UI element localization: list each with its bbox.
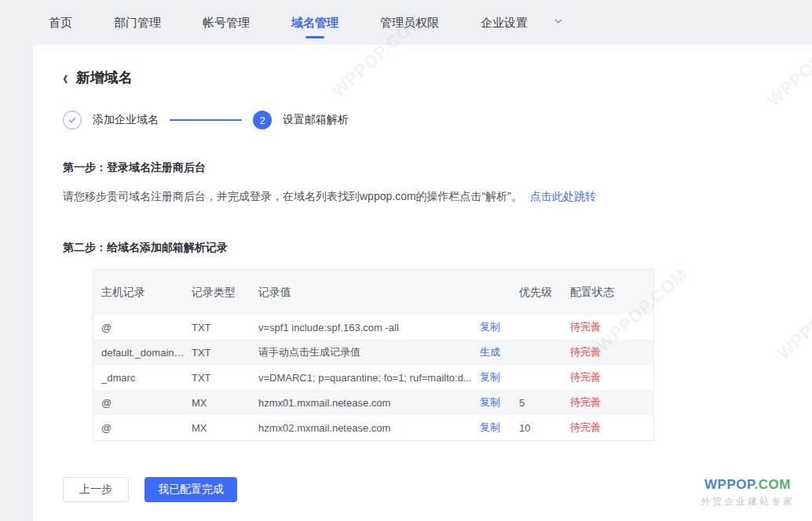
back-arrow-icon[interactable]: ‹ xyxy=(63,67,68,88)
cell-type: TXT xyxy=(192,347,258,359)
table-header-row: 主机记录 记录类型 记录值 优先级 配置状态 xyxy=(93,270,653,315)
step2-label: 设置邮箱解析 xyxy=(283,113,349,127)
cell-type: MX xyxy=(192,397,258,409)
brand-tagline: 外贸企业建站专家 xyxy=(700,495,795,508)
previous-step-button[interactable]: 上一步 xyxy=(63,477,129,502)
chevron-down-icon[interactable] xyxy=(554,16,563,28)
brand-name: WPPOP xyxy=(704,477,755,492)
copy-link[interactable]: 复制 xyxy=(480,321,500,333)
cell-value: hzmx01.mxmail.netease.com xyxy=(258,397,480,409)
header-priority: 优先级 xyxy=(519,286,570,300)
step-one-description: 请您移步贵司域名注册商后台，并完成登录，在域名列表找到wppop.com的操作栏… xyxy=(63,188,812,204)
cell-type: MX xyxy=(192,422,258,434)
cell-priority: 10 xyxy=(519,422,570,434)
step1-check-icon xyxy=(63,111,82,129)
cell-value: hzmx02.mxmail.netease.com xyxy=(258,422,480,434)
table-row: @ TXT v=spf1 include:spf.163.com -all 复制… xyxy=(93,315,653,340)
nav-item-domains[interactable]: 域名管理 xyxy=(291,14,338,31)
status-badge: 待完善 xyxy=(570,345,647,359)
header-host-record: 主机记录 xyxy=(93,286,192,300)
nav-item-departments[interactable]: 部门管理 xyxy=(114,14,161,31)
step2-number-badge: 2 xyxy=(253,111,272,129)
table-row: default._domainkey TXT 请手动点击生成记录值 生成 待完善 xyxy=(93,340,653,365)
footer-actions: 上一步 我已配置完成 xyxy=(63,477,812,502)
step-one-description-text: 请您移步贵司域名注册商后台，并完成登录，在域名列表找到wppop.com的操作栏… xyxy=(63,190,522,202)
copy-link[interactable]: 复制 xyxy=(480,371,500,383)
top-nav: 首页 部门管理 帐号管理 域名管理 管理员权限 企业设置 xyxy=(0,0,812,45)
header-record-value: 记录值 xyxy=(258,286,480,300)
cell-value: v=DMARC1; p=quarantine; fo=1; ruf=mailto… xyxy=(258,372,480,384)
step1-label: 添加企业域名 xyxy=(93,113,159,127)
nav-item-enterprise-settings[interactable]: 企业设置 xyxy=(481,14,528,31)
dns-records-table: 主机记录 记录类型 记录值 优先级 配置状态 @ TXT v=spf1 incl… xyxy=(93,269,654,441)
table-row: @ MX hzmx01.mxmail.netease.com 复制 5 待完善 xyxy=(93,390,653,415)
generate-link[interactable]: 生成 xyxy=(480,346,500,358)
status-badge: 待完善 xyxy=(570,320,647,334)
status-badge: 待完善 xyxy=(570,421,647,435)
status-badge: 待完善 xyxy=(570,395,647,410)
cell-host: default._domainkey xyxy=(93,347,192,359)
step-indicator: 添加企业域名 2 设置邮箱解析 xyxy=(63,111,812,129)
step-connector-line xyxy=(170,119,242,121)
nav-item-admin-permissions[interactable]: 管理员权限 xyxy=(380,14,439,31)
main-panel: ‹ 新增域名 添加企业域名 2 设置邮箱解析 第一步：登录域名注册商后台 请您移… xyxy=(33,45,812,521)
table-row: @ MX hzmx02.mxmail.netease.com 复制 10 待完善 xyxy=(93,415,653,440)
cell-host: _dmarc xyxy=(93,372,192,384)
step-two-heading: 第二步：给域名添加邮箱解析记录 xyxy=(63,241,812,255)
cell-host: @ xyxy=(93,397,192,409)
table-row: _dmarc TXT v=DMARC1; p=quarantine; fo=1;… xyxy=(93,365,653,390)
jump-link[interactable]: 点击此处跳转 xyxy=(530,190,596,202)
status-badge: 待完善 xyxy=(570,370,647,384)
cell-priority: 5 xyxy=(519,397,570,409)
cell-host: @ xyxy=(93,422,192,434)
brand-tld: .COM xyxy=(755,477,791,492)
brand-logo: WPPOP.COM 外贸企业建站专家 xyxy=(700,477,795,508)
nav-item-home[interactable]: 首页 xyxy=(49,14,72,31)
nav-item-accounts[interactable]: 帐号管理 xyxy=(203,14,250,31)
cell-value: v=spf1 include:spf.163.com -all xyxy=(258,322,480,333)
page-title: 新增域名 xyxy=(76,68,133,87)
cell-host: @ xyxy=(93,322,192,333)
cell-value: 请手动点击生成记录值 xyxy=(258,345,480,359)
step-one-heading: 第一步：登录域名注册商后台 xyxy=(63,161,812,175)
copy-link[interactable]: 复制 xyxy=(480,421,500,433)
cell-type: TXT xyxy=(192,372,258,384)
header-record-type: 记录类型 xyxy=(192,286,258,300)
copy-link[interactable]: 复制 xyxy=(480,396,500,408)
header-config-status: 配置状态 xyxy=(570,286,647,300)
config-complete-button[interactable]: 我已配置完成 xyxy=(144,477,237,502)
cell-type: TXT xyxy=(192,322,258,333)
page-header: ‹ 新增域名 xyxy=(63,68,812,87)
